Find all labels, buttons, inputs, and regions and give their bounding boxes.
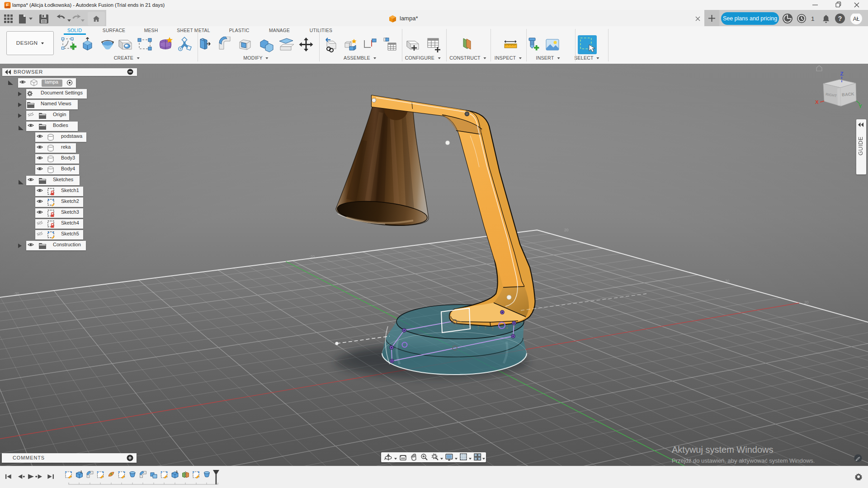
svg-text:X: X (815, 99, 819, 105)
svg-text:30: 30 (725, 279, 730, 283)
svg-text:?: ? (838, 15, 842, 22)
svg-text:AŁ: AŁ (853, 16, 860, 22)
svg-text:F: F (6, 3, 9, 7)
svg-text:-30: -30 (14, 291, 19, 296)
svg-text:20: 20 (564, 228, 569, 232)
svg-text:1: 1 (811, 15, 815, 22)
svg-text:Y: Y (859, 103, 862, 109)
svg-text:BACK: BACK (842, 91, 854, 97)
svg-text:20: 20 (804, 300, 809, 305)
svg-text:Z: Z (840, 71, 843, 76)
svg-text:-20: -20 (309, 254, 315, 259)
